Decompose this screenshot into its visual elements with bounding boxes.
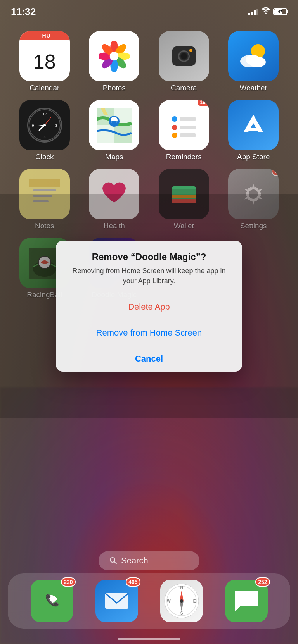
- svg-rect-32: [180, 126, 196, 129]
- remove-from-homescreen-button[interactable]: Remove from Home Screen: [56, 320, 242, 346]
- app-item-clock[interactable]: 12 3 6 9 Clock: [12, 100, 78, 161]
- reminders-icon-bg: 161: [159, 100, 209, 150]
- svg-point-12: [246, 55, 260, 65]
- maps-label: Maps: [105, 153, 123, 161]
- dialog-message: Removing from Home Screen will keep the …: [68, 266, 230, 286]
- appstore-icon-bg: [228, 100, 279, 150]
- status-bar: 11:32 67: [0, 0, 298, 23]
- svg-text:6: 6: [43, 135, 45, 139]
- svg-text:S: S: [180, 611, 183, 615]
- app-item-weather[interactable]: Weather: [221, 31, 287, 92]
- app-item-calendar[interactable]: THU 18 Calendar: [12, 31, 78, 92]
- svg-rect-34: [180, 133, 196, 137]
- mail-badge: 405: [126, 577, 140, 587]
- svg-text:3: 3: [55, 124, 57, 127]
- remove-app-dialog: Remove “Doodle Magic”? Removing from Hom…: [56, 241, 242, 371]
- svg-point-21: [43, 124, 46, 126]
- dock-item-safari[interactable]: N S W E: [160, 580, 203, 622]
- svg-text:9: 9: [32, 124, 34, 127]
- reminders-badge: 161: [197, 100, 209, 107]
- svg-rect-40: [29, 179, 60, 187]
- dialog-content: Remove “Doodle Magic”? Removing from Hom…: [56, 241, 242, 293]
- search-icon: [109, 557, 117, 565]
- clock-icon-bg: 12 3 6 9: [19, 100, 70, 150]
- dock: 📞 220 405 N S W E: [8, 573, 290, 629]
- messages-icon: 252: [225, 580, 268, 622]
- settings-badge: 2: [272, 169, 279, 176]
- svg-point-33: [172, 133, 177, 138]
- camera-icon-bg: [159, 31, 209, 81]
- svg-text:W: W: [167, 599, 171, 603]
- app-item-reminders[interactable]: 161 Reminders: [151, 100, 217, 161]
- svg-rect-30: [180, 117, 196, 121]
- photos-icon: [89, 31, 139, 81]
- svg-text:📞: 📞: [45, 593, 59, 607]
- maps-icon-bg: [89, 100, 139, 150]
- dock-item-phone[interactable]: 📞 220: [31, 580, 73, 622]
- calendar-icon: THU 18: [19, 31, 70, 81]
- svg-text:E: E: [193, 599, 196, 603]
- search-label: Search: [121, 556, 148, 566]
- svg-text:N: N: [180, 585, 183, 590]
- signal-bars-icon: [248, 9, 258, 15]
- svg-point-8: [110, 52, 118, 60]
- status-icons: 67: [248, 7, 287, 16]
- svg-text:12: 12: [43, 112, 47, 116]
- svg-rect-44: [172, 189, 196, 194]
- battery-icon: 67: [273, 8, 287, 15]
- dialog-overlay: Remove “Doodle Magic”? Removing from Hom…: [0, 194, 298, 418]
- photos-label: Photos: [103, 84, 126, 92]
- app-item-maps[interactable]: Maps: [81, 100, 147, 161]
- clock-label: Clock: [35, 153, 54, 161]
- appstore-label: App Store: [237, 153, 270, 161]
- svg-point-55: [110, 558, 115, 562]
- wifi-icon: [262, 7, 270, 16]
- cancel-button[interactable]: Cancel: [56, 346, 242, 372]
- camera-label: Camera: [171, 84, 197, 92]
- calendar-label: Calendar: [29, 84, 59, 92]
- svg-rect-37: [33, 189, 56, 191]
- dialog-title: Remove “Doodle Magic”?: [68, 251, 230, 262]
- app-item-camera[interactable]: Camera: [151, 31, 217, 92]
- home-indicator: [118, 638, 180, 640]
- weather-label: Weather: [240, 84, 267, 92]
- search-bar[interactable]: Search: [99, 551, 199, 570]
- app-item-photos[interactable]: Photos: [81, 31, 147, 92]
- mail-icon: 405: [95, 580, 138, 622]
- svg-line-56: [114, 562, 116, 564]
- dock-item-messages[interactable]: 252: [225, 580, 268, 622]
- phone-badge: 220: [61, 577, 75, 587]
- reminders-label: Reminders: [166, 153, 202, 161]
- safari-icon: N S W E: [160, 580, 203, 622]
- dock-item-mail[interactable]: 405: [95, 580, 138, 622]
- svg-point-67: [180, 599, 183, 603]
- svg-point-31: [172, 125, 177, 130]
- weather-icon-bg: [228, 31, 279, 81]
- messages-badge: 252: [255, 577, 270, 587]
- svg-point-29: [172, 116, 177, 122]
- app-item-appstore[interactable]: App Store: [221, 100, 287, 161]
- status-time: 11:32: [11, 6, 36, 18]
- phone-icon: 📞 220: [31, 580, 73, 622]
- delete-app-button[interactable]: Delete App: [56, 294, 242, 320]
